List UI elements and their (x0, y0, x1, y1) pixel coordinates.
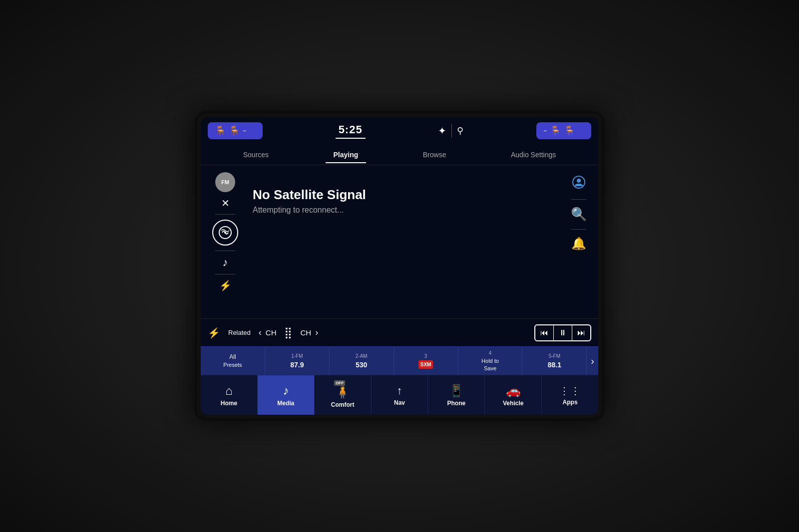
nav-home[interactable]: ⌂ Home (201, 375, 258, 415)
tab-playing[interactable]: Playing (326, 147, 367, 163)
comfort-icon-wrap: OFF 🧍 (335, 382, 350, 399)
usb-ctrl-icon: ⚡ (208, 327, 220, 339)
ch-next-control: CH › (300, 327, 318, 338)
home-icon: ⌂ (225, 384, 233, 398)
notification-icon[interactable]: 🔔 (571, 237, 586, 251)
no-satellite-icon: ✕ (221, 197, 230, 209)
nav-comfort[interactable]: OFF 🧍 Comfort (315, 375, 372, 415)
home-label: Home (221, 400, 237, 407)
right-icons-panel: 🔍 🔔 (566, 172, 591, 311)
clock-underline (336, 138, 366, 139)
tab-sources[interactable]: Sources (235, 147, 277, 163)
preset-3-sxm[interactable]: 3 SXM (394, 347, 458, 375)
apps-label: Apps (563, 399, 578, 406)
clock-time: 5:25 (339, 123, 363, 136)
off-badge: OFF (334, 380, 345, 386)
preset-4-hold[interactable]: 4 Hold to Save (458, 347, 523, 375)
divider-3 (215, 274, 235, 274)
center-panel: No Satellite Signal Attempting to reconn… (248, 172, 561, 311)
minus-right: − (543, 127, 547, 134)
phone-icon: 📱 (449, 384, 464, 398)
seat-heat-left-button[interactable]: 🪑 🪑 − (208, 122, 263, 139)
usb-icon: ⚡ (219, 279, 232, 291)
related-button[interactable]: Related (228, 329, 251, 336)
ch-prev-control: ‹ CH (259, 327, 277, 338)
nav-arrow-icon: ↑ (397, 384, 402, 397)
infotainment-screen: 🪑 🪑 − 5:25 ✦ ⚲ − 🪑 🪑 (201, 117, 598, 415)
comfort-label: Comfort (331, 401, 355, 408)
preset-5-num: 5-FM (549, 353, 560, 359)
siriusxm-logo: SXM (418, 360, 433, 369)
ch-label-right: CH (300, 328, 311, 337)
preset-2-value: 530 (356, 360, 367, 369)
media-label: Media (277, 400, 294, 407)
nav-phone[interactable]: 📱 Phone (428, 375, 485, 415)
preset-1-fm[interactable]: 1-FM 87.9 (265, 347, 330, 375)
left-panel: FM ✕ ♪ ⚡ (208, 172, 243, 311)
nav-tabs: Sources Playing Browse Audio Settings (201, 144, 598, 165)
nav-media[interactable]: ♪ Media (258, 375, 315, 415)
preset-all-line1: All (229, 353, 236, 361)
profile-icon[interactable] (572, 175, 586, 192)
preset-1-value: 87.9 (290, 360, 304, 369)
tab-browse[interactable]: Browse (415, 147, 454, 163)
vehicle-icon: 🚗 (506, 384, 521, 398)
brand-divider (451, 124, 452, 138)
right-divider-1 (571, 199, 586, 200)
svg-point-3 (577, 179, 581, 183)
seat-heat-right-button[interactable]: − 🪑 🪑 (536, 122, 591, 139)
ch-next-arrow[interactable]: › (315, 327, 318, 338)
prev-track-button[interactable]: ⏮ (535, 325, 554, 340)
clock-display: 5:25 (336, 123, 366, 139)
nav-apps[interactable]: ⋮⋮ Apps (542, 375, 598, 415)
divider-2 (215, 251, 235, 251)
seat-heat-left-icon: 🪑 (215, 125, 226, 136)
minus-left: − (243, 127, 246, 134)
phone-label: Phone (447, 400, 466, 407)
music-note-icon: ♪ (223, 256, 228, 269)
preset-4-line2: Save (484, 365, 496, 372)
preset-5-fm[interactable]: 5-FM 88.1 (522, 347, 587, 375)
car-surround: 🪑 🪑 − 5:25 ✦ ⚲ − 🪑 🪑 (0, 0, 799, 532)
tab-audio-settings[interactable]: Audio Settings (503, 147, 564, 163)
preset-4-num: 4 (489, 350, 492, 356)
preset-all[interactable]: All Presets (201, 347, 265, 375)
brand-area: ✦ ⚲ (438, 124, 463, 138)
svg-point-1 (224, 232, 226, 234)
preset-3-num: 3 (424, 353, 427, 359)
nav-label: Nav (394, 399, 405, 406)
vehicle-label: Vehicle (503, 400, 523, 407)
apps-icon: ⋮⋮ (559, 385, 581, 397)
controls-bar: ⚡ Related ‹ CH ⣿ CH › ⏮ ⏸ ⏭ (201, 318, 598, 346)
preset-2-num: 2-AM (356, 353, 368, 359)
main-content: FM ✕ ♪ ⚡ (201, 165, 598, 318)
search-icon[interactable]: 🔍 (571, 207, 587, 222)
screen-bezel: 🪑 🪑 − 5:25 ✦ ⚲ − 🪑 🪑 (195, 111, 604, 421)
ch-label-left: CH (266, 328, 277, 337)
preset-2-am[interactable]: 2-AM 530 (330, 347, 394, 375)
media-icon: ♪ (283, 384, 289, 398)
grid-dots-icon[interactable]: ⣿ (284, 326, 292, 339)
maserati-logo: ✦ (438, 125, 446, 137)
play-pause-button[interactable]: ⏸ (554, 325, 572, 340)
seat-heat-right-icon2: 🪑 (564, 125, 575, 136)
right-divider-2 (571, 229, 586, 230)
satellite-circle-icon (212, 220, 238, 246)
nav-nav[interactable]: ↑ Nav (372, 375, 428, 415)
antenna-icon: ⚲ (457, 125, 463, 136)
next-track-button[interactable]: ⏭ (572, 325, 590, 340)
top-bar: 🪑 🪑 − 5:25 ✦ ⚲ − 🪑 🪑 (201, 117, 598, 144)
preset-4-line1: Hold to (481, 357, 499, 364)
ch-prev-arrow[interactable]: ‹ (259, 327, 262, 338)
comfort-icon: 🧍 (335, 385, 350, 399)
preset-1-num: 1-FM (291, 353, 303, 359)
bottom-nav: ⌂ Home ♪ Media OFF 🧍 Comfort ↑ Nav (201, 375, 598, 415)
no-satellite-subtitle: Attempting to reconnect... (253, 206, 561, 215)
nav-vehicle[interactable]: 🚗 Vehicle (485, 375, 542, 415)
preset-5-value: 88.1 (548, 360, 561, 369)
seat-heat-left-icon2: 🪑 (229, 125, 240, 136)
no-satellite-title: No Satellite Signal (253, 187, 561, 203)
seat-heat-right-icon: 🪑 (550, 125, 561, 136)
preset-next-chevron[interactable]: › (587, 347, 598, 375)
presets-bar: All Presets 1-FM 87.9 2-AM 530 3 SXM 4 (201, 346, 598, 375)
